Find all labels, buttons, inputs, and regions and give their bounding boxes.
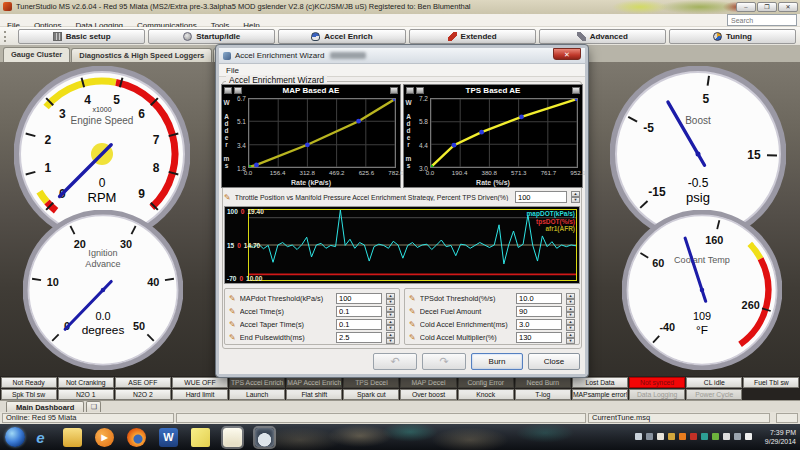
- spinner-down-icon[interactable]: ▼: [566, 299, 575, 305]
- tray-icon[interactable]: [690, 433, 697, 440]
- field-spinner[interactable]: ▲▼: [386, 319, 395, 331]
- status-bar: Online: Red 95 Miata CurrentTune.msq: [0, 412, 800, 424]
- toolbar-basic-setup-button[interactable]: Basic setup: [18, 29, 145, 44]
- notes-app-icon[interactable]: [223, 428, 242, 447]
- svg-text:30: 30: [120, 238, 132, 250]
- plot-area[interactable]: [430, 98, 578, 168]
- field-spinner[interactable]: ▲▼: [566, 332, 575, 344]
- redo-button[interactable]: ↷: [422, 353, 466, 370]
- indicator-n2o-1: N2O 1: [58, 389, 114, 400]
- close-button[interactable]: ✕: [778, 2, 798, 12]
- field-spinner[interactable]: ▲▼: [386, 293, 395, 305]
- svg-text:Ignition: Ignition: [88, 248, 117, 258]
- strategy-spinner[interactable]: ▲▼: [571, 191, 580, 203]
- edit-icon: ✎: [229, 333, 236, 342]
- clock-time: 7:39 PM: [770, 429, 796, 436]
- ignition-advance-gauge[interactable]: 01020304050IgnitionAdvance0.0degrees: [23, 210, 183, 370]
- tps-settings-group: ✎TPSdot Threshold(%/s)▲▼✎Decel Fuel Amou…: [404, 288, 580, 345]
- map-based-ae-chart[interactable]: MAP Based AEW Adder ms1.83.45.16.70.0156…: [221, 84, 401, 188]
- field-input-accel-time-s[interactable]: [336, 306, 382, 317]
- accel-enrichment-wizard-dialog: Accel Enrichment Wizard ✕ File Accel Enr…: [216, 45, 588, 377]
- taskbar-icons: e▶W: [31, 426, 274, 448]
- spinner-down-icon[interactable]: ▼: [386, 338, 395, 344]
- toolbar-accel-enrich-button[interactable]: Accel Enrich: [278, 29, 405, 44]
- indicator-mapsample-error: MAPsample error!: [572, 389, 628, 400]
- redacted-smudge: [330, 52, 366, 59]
- edit-icon: ✎: [229, 294, 236, 303]
- start-button[interactable]: [5, 427, 25, 447]
- svg-text:5: 5: [702, 92, 709, 106]
- firefox-icon[interactable]: [127, 428, 146, 447]
- toolbar-extended-button[interactable]: Extended: [409, 29, 536, 44]
- word-icon[interactable]: W: [159, 428, 178, 447]
- field-label: Accel Time(s): [240, 307, 332, 316]
- tray-icon[interactable]: [712, 433, 719, 440]
- tray-icon[interactable]: [657, 433, 664, 440]
- spinner-down-icon[interactable]: ▼: [386, 299, 395, 305]
- advanced-icon: [577, 32, 586, 41]
- tps-based-ae-chart[interactable]: TPS Based AEW Adder ms3.04.45.87.20.0190…: [403, 84, 583, 188]
- indicator-config-error: Config Error: [458, 377, 514, 388]
- indicator-not-cranking: Not Cranking: [58, 377, 114, 388]
- tray-icon[interactable]: [668, 433, 675, 440]
- svg-text:Advance: Advance: [85, 259, 120, 269]
- field-label: End Pulsewidth(ms): [240, 333, 332, 342]
- dialog-close-button[interactable]: ✕: [553, 48, 581, 60]
- field-input-cold-accel-enrichment-ms[interactable]: [516, 319, 562, 330]
- maximize-button[interactable]: ❐: [757, 2, 777, 12]
- toolbar-startup-idle-button[interactable]: Startup/Idle: [148, 29, 275, 44]
- tab-main-dashboard[interactable]: Main Dashboard: [6, 401, 84, 412]
- field-input-tpsdot-threshold-s[interactable]: [516, 293, 562, 304]
- burn-button[interactable]: Burn: [471, 353, 523, 370]
- spinner-down-icon[interactable]: ▼: [566, 312, 575, 318]
- indicator-need-burn: Need Burn: [515, 377, 571, 388]
- field-spinner[interactable]: ▲▼: [566, 293, 575, 305]
- field-input-decel-fuel-amount[interactable]: [516, 306, 562, 317]
- tray-icon[interactable]: [701, 433, 708, 440]
- strategy-input[interactable]: [515, 191, 567, 203]
- sticky-notes-icon[interactable]: [191, 428, 210, 447]
- field-input-end-pulsewidth-ms[interactable]: [336, 332, 382, 343]
- field-spinner[interactable]: ▲▼: [386, 332, 395, 344]
- coolant-temp-gauge[interactable]: -4060160260Coolant Temp109°F: [622, 210, 782, 370]
- toolbar-advanced-button[interactable]: Advanced: [539, 29, 666, 44]
- field-input-accel-taper-time-s[interactable]: [336, 319, 382, 330]
- field-spinner[interactable]: ▲▼: [566, 306, 575, 318]
- edit-icon: ✎: [229, 320, 236, 329]
- tray-icon[interactable]: [723, 433, 730, 440]
- spinner-down-icon[interactable]: ▼: [386, 312, 395, 318]
- taskbar-clock[interactable]: 7:39 PM 9/29/2014: [765, 428, 796, 446]
- new-dashboard-tab-button[interactable]: ❏: [86, 401, 101, 412]
- svg-text:4: 4: [84, 93, 91, 107]
- tab-gauge-cluster[interactable]: Gauge Cluster: [3, 47, 70, 62]
- tray-icon[interactable]: [646, 433, 653, 440]
- search-input[interactable]: [727, 14, 797, 26]
- dialog-menu-file[interactable]: File: [226, 66, 239, 75]
- field-input-cold-accel-multiplier[interactable]: [516, 332, 562, 343]
- plot-area[interactable]: [248, 98, 396, 168]
- field-spinner[interactable]: ▲▼: [566, 319, 575, 331]
- ie-icon[interactable]: e: [31, 428, 50, 447]
- spinner-down-icon[interactable]: ▼: [571, 197, 580, 203]
- spinner-down-icon[interactable]: ▼: [566, 338, 575, 344]
- tray-icon[interactable]: [734, 433, 741, 440]
- tab-diagnostics-high-speed-loggers[interactable]: Diagnostics & High Speed Loggers: [71, 48, 212, 62]
- minimize-button[interactable]: –: [736, 2, 756, 12]
- field-spinner[interactable]: ▲▼: [386, 306, 395, 318]
- close-button[interactable]: Close: [528, 353, 580, 370]
- media-player-icon[interactable]: ▶: [95, 428, 114, 447]
- spinner-down-icon[interactable]: ▼: [566, 325, 575, 331]
- field-input-mapdot-threshold-kpa-s[interactable]: [336, 293, 382, 304]
- ae-charts-row: MAP Based AEW Adder ms1.83.45.16.70.0156…: [221, 84, 583, 188]
- field-row-accel-taper-time-s: ✎Accel Taper Time(s)▲▼: [229, 318, 395, 331]
- explorer-icon[interactable]: [63, 428, 82, 447]
- dialog-title-bar[interactable]: Accel Enrichment Wizard ✕: [219, 48, 585, 64]
- tray-icon[interactable]: [745, 433, 752, 440]
- tray-icon[interactable]: [635, 433, 642, 440]
- tray-icon[interactable]: [679, 433, 686, 440]
- undo-button[interactable]: ↶: [373, 353, 417, 370]
- indicator-ase-off: ASE OFF: [115, 377, 171, 388]
- spinner-down-icon[interactable]: ▼: [386, 325, 395, 331]
- toolbar-tuning-button[interactable]: Tuning: [669, 29, 796, 44]
- tunerstudio-icon[interactable]: [255, 428, 274, 447]
